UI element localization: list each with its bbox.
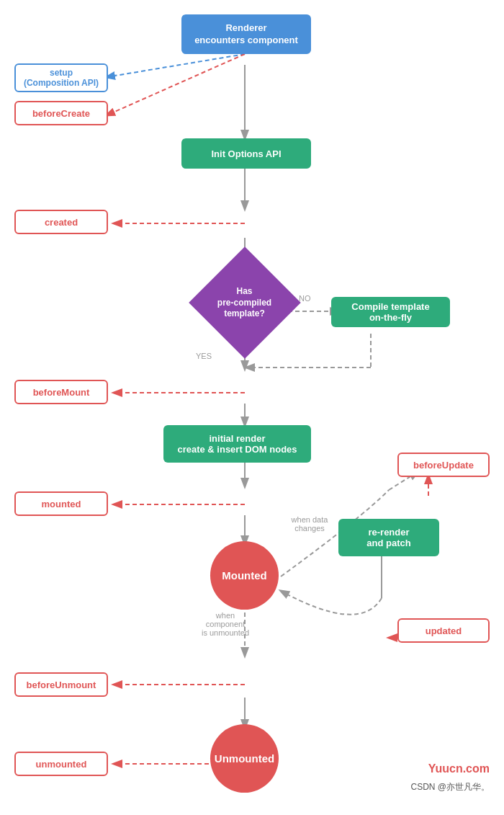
- init-options-box: Init Options API: [181, 138, 311, 169]
- updated-box: updated: [397, 618, 490, 643]
- no-label: NO: [299, 294, 311, 303]
- watermark-csdn: CSDN @亦世凡华。: [410, 781, 490, 793]
- re-render-box: re-renderand patch: [338, 519, 439, 556]
- setup-box: setup(Composition API): [14, 63, 108, 92]
- has-template-diamond: Haspre-compiledtemplate?: [189, 246, 301, 359]
- diagram-container: Rendererencounters component setup(Compo…: [0, 0, 504, 815]
- compile-template-box: Compile templateon-the-fly: [331, 297, 450, 327]
- mounted-box: mounted: [14, 491, 108, 516]
- before-update-box: beforeUpdate: [397, 453, 490, 477]
- when-data-changes-label: when datachanges: [274, 515, 346, 533]
- mounted-circle: Mounted: [210, 541, 279, 610]
- before-create-box: beforeCreate: [14, 101, 108, 125]
- renderer-box: Rendererencounters component: [181, 14, 311, 54]
- yes-label: YES: [196, 352, 212, 360]
- created-box: created: [14, 210, 108, 234]
- diamond-container: Haspre-compiledtemplate?: [202, 259, 288, 346]
- watermark-yuucn: Yuucn.com: [428, 762, 490, 775]
- initial-render-box: initial rendercreate & insert DOM nodes: [163, 425, 311, 463]
- before-unmount-box: beforeUnmount: [14, 672, 108, 697]
- svg-line-1: [107, 54, 245, 115]
- when-unmounted-label: whencomponentis unmounted: [193, 611, 258, 637]
- unmounted-circle: Unmounted: [210, 724, 279, 793]
- before-mount-box: beforeMount: [14, 380, 108, 404]
- svg-line-0: [107, 54, 245, 77]
- unmounted-box: unmounted: [14, 752, 108, 776]
